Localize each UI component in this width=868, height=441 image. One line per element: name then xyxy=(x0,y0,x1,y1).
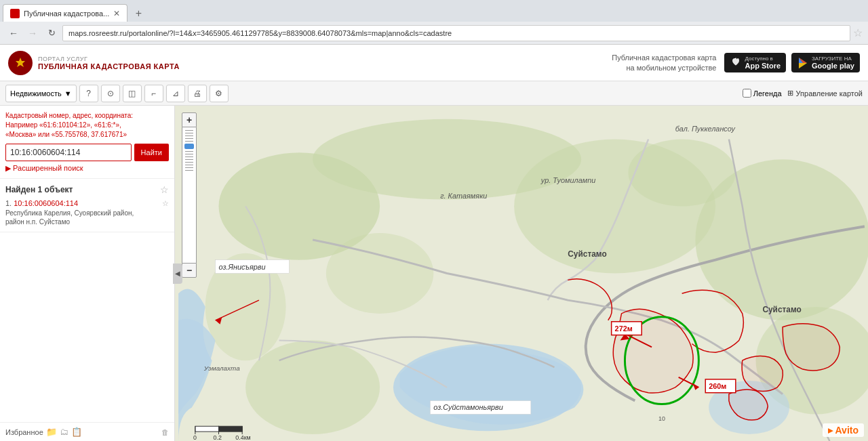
appstore-badge[interactable]: Доступно в App Store xyxy=(724,53,786,72)
avito-watermark: ▸ Avito xyxy=(823,423,864,437)
toolbar-draw2-button[interactable]: ◫ xyxy=(123,85,142,102)
zoom-tick xyxy=(185,138,193,139)
header-logo: ПОРТАЛ УСЛУГ ПУБЛИЧНАЯ КАДАСТРОВАЯ КАРТА xyxy=(8,51,180,75)
tab-favicon xyxy=(10,9,20,18)
header-stores: Доступно в App Store ЗАГРУЗИТЕ НА Google… xyxy=(724,53,860,72)
map-area[interactable]: г. Катаямяки ур. Туомилампи бал. Пуккела… xyxy=(175,106,868,441)
back-button[interactable]: ← xyxy=(5,25,22,41)
search-hint-ex2: «Москва» или «55.755768, 37.617671» xyxy=(5,130,169,140)
svg-marker-22 xyxy=(692,383,698,390)
cadastral-search-input[interactable] xyxy=(5,144,132,161)
svg-text:260м: 260м xyxy=(709,382,726,390)
tab-title: Публичная кадастрова... xyxy=(24,9,109,18)
appstore-text: Доступно в App Store xyxy=(745,56,781,70)
zoom-tick xyxy=(185,159,193,160)
zoom-tick xyxy=(185,154,193,154)
advanced-search-link[interactable]: ▶ Расширенный поиск xyxy=(5,164,169,173)
settings-icon: ⚙ xyxy=(215,89,222,98)
search-hint: Кадастровый номер, адрес, координата: На… xyxy=(5,111,169,140)
search-hint-line1: Кадастровый номер, адрес, координата: xyxy=(5,111,169,121)
toolbar-settings-button[interactable]: ⚙ xyxy=(210,85,229,102)
tab-close-button[interactable]: ✕ xyxy=(113,9,120,18)
result-addr2: район н.п. Суйстамо xyxy=(5,218,70,226)
forward-button[interactable]: → xyxy=(24,25,41,41)
svg-point-18 xyxy=(625,317,698,404)
header-mobile-text: Публичная кадастровая картана мобильном … xyxy=(612,53,716,72)
google-play-icon xyxy=(797,57,809,69)
manage-map-label: Управление картой xyxy=(796,89,863,98)
svg-point-10 xyxy=(695,159,868,320)
bookmark-icon[interactable]: ☆ xyxy=(853,26,863,39)
search-button[interactable]: Найти xyxy=(134,144,169,161)
results-header: Найден 1 объект ☆ xyxy=(5,184,169,195)
googleplay-badge[interactable]: ЗАГРУЗИТЕ НА Google play xyxy=(791,53,860,72)
tab-bar: Публичная кадастрова... ✕ + xyxy=(0,0,868,22)
appstore-sub-label: Доступно в xyxy=(745,56,781,62)
logo-text: ПОРТАЛ УСЛУГ ПУБЛИЧНАЯ КАДАСТРОВАЯ КАРТА xyxy=(38,56,180,70)
search-results-panel: Найден 1 объект ☆ 1. ☆ 10:16:0060604:114… xyxy=(0,179,174,232)
svg-point-14 xyxy=(245,341,380,435)
result-address: Республика Карелия, Суоярвский район, ра… xyxy=(5,209,169,226)
search-panel: Кадастровый номер, адрес, координата: На… xyxy=(0,106,174,179)
legend-checkbox-label[interactable]: Легенда xyxy=(743,89,782,98)
favorites-delete-icon[interactable]: 🗑 xyxy=(161,428,169,436)
zoom-slider-handle[interactable] xyxy=(184,144,194,149)
zoom-tick xyxy=(185,156,193,157)
svg-text:оз.Янисъярви: оз.Янисъярви xyxy=(219,263,266,271)
search-hint-ex1: Например «61:6:10104:12», «61:6:*», xyxy=(5,121,169,130)
refresh-button[interactable]: ↻ xyxy=(43,25,60,41)
svg-text:Суйстамо: Суйстамо xyxy=(762,305,801,314)
nav-bar: ← → ↻ ☆ xyxy=(0,22,868,45)
measure-icon: ⌐ xyxy=(151,89,156,98)
browser-chrome: Публичная кадастрова... ✕ + ← → ↻ ☆ xyxy=(0,0,868,45)
favorites-icon2[interactable]: 🗂 xyxy=(60,427,68,437)
address-bar[interactable] xyxy=(62,25,850,41)
svg-line-23 xyxy=(216,300,259,320)
svg-point-8 xyxy=(313,119,581,200)
toolbar-print-button[interactable]: 🖨 xyxy=(188,85,207,102)
svg-text:ур. Туомилампи: ур. Туомилампи xyxy=(540,176,596,184)
favorites-bar: Избранное 📁 🗂 📋 🗑 xyxy=(0,422,174,441)
legend-checkbox[interactable] xyxy=(743,89,751,98)
svg-text:272м: 272м xyxy=(615,324,633,333)
zoom-tick xyxy=(185,165,193,165)
toolbar-draw1-button[interactable]: ⊙ xyxy=(101,85,120,102)
map-zoom-controls: + − xyxy=(182,112,197,278)
svg-point-9 xyxy=(514,140,715,274)
appstore-name-label: App Store xyxy=(745,62,781,70)
mobile-text-label: Публичная кадастровая картана мобильном … xyxy=(612,54,716,71)
toolbar-export-button[interactable]: ⊿ xyxy=(166,85,185,102)
results-star-icon[interactable]: ☆ xyxy=(160,184,169,195)
zoom-in-button[interactable]: + xyxy=(182,112,197,127)
zoom-slider-track xyxy=(182,127,197,263)
zoom-tick xyxy=(185,141,193,142)
svg-text:оз.Суйстамоньярви: оз.Суйстамоньярви xyxy=(433,403,502,411)
toolbar: Недвижимость ▼ ? ⊙ ◫ ⌐ ⊿ 🖨 ⚙ Легенда xyxy=(0,81,868,106)
svg-text:0.2: 0.2 xyxy=(214,434,222,441)
svg-point-12 xyxy=(205,253,286,360)
portal-main-label: ПУБЛИЧНАЯ КАДАСТРОВАЯ КАРТА xyxy=(38,62,180,70)
manage-map-icon: ⊞ xyxy=(787,89,793,98)
svg-text:Суйстамо: Суйстамо xyxy=(568,249,606,259)
googleplay-sub-label: ЗАГРУЗИТЕ НА xyxy=(812,56,854,62)
favorites-add-icon[interactable]: 📁 xyxy=(46,427,57,437)
avito-brand: Avito xyxy=(835,425,859,436)
result-cadastral-link[interactable]: 10:16:0060604:114 xyxy=(14,199,78,207)
logo-emblem xyxy=(8,51,33,75)
toolbar-help-button[interactable]: ? xyxy=(79,85,98,102)
result-star-icon[interactable]: ☆ xyxy=(162,199,169,208)
zoom-tick xyxy=(185,151,193,152)
manage-map-button[interactable]: ⊞ Управление картой xyxy=(787,89,863,98)
results-title: Найден 1 объект xyxy=(5,185,73,194)
svg-text:0.4км: 0.4км xyxy=(235,434,250,441)
property-type-dropdown[interactable]: Недвижимость ▼ xyxy=(5,85,77,102)
zoom-out-button[interactable]: − xyxy=(182,263,197,278)
favorites-icon3[interactable]: 📋 xyxy=(71,427,82,437)
active-tab[interactable]: Публичная кадастрова... ✕ xyxy=(3,4,127,22)
sidebar-collapse-button[interactable]: ◀ xyxy=(173,264,182,284)
result-number: 1. xyxy=(5,199,12,207)
svg-line-21 xyxy=(679,377,699,387)
avito-text: ▸ Avito xyxy=(828,425,859,436)
toolbar-measure-button[interactable]: ⌐ xyxy=(144,85,163,102)
new-tab-button[interactable]: + xyxy=(130,5,146,22)
